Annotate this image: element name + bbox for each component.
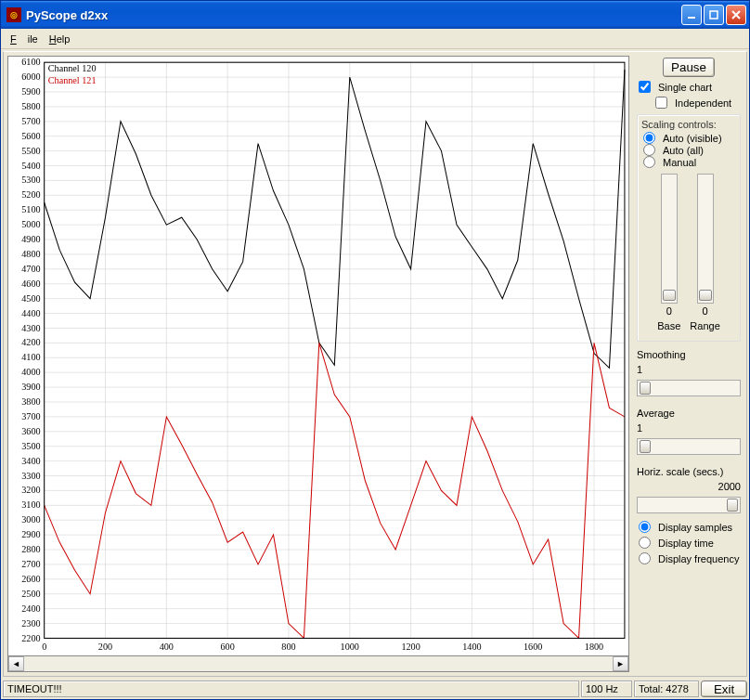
svg-text:5600: 5600 xyxy=(21,131,40,141)
titlebar: ◎ PyScope d2xx xyxy=(1,1,749,29)
pause-button[interactable]: Pause xyxy=(663,58,715,77)
svg-text:3900: 3900 xyxy=(21,382,40,392)
side-panel: Pause Single chart Independent Scaling c… xyxy=(633,52,746,676)
svg-text:5000: 5000 xyxy=(21,219,40,229)
svg-rect-0 xyxy=(688,17,695,19)
scale-auto-all-row[interactable]: Auto (all) xyxy=(641,144,736,156)
svg-text:4600: 4600 xyxy=(21,279,40,289)
svg-text:600: 600 xyxy=(221,642,235,652)
svg-text:Channel 121: Channel 121 xyxy=(48,75,97,85)
svg-text:2300: 2300 xyxy=(21,618,40,629)
average-slider-thumb[interactable] xyxy=(640,440,651,453)
horiz-scale-slider-thumb[interactable] xyxy=(727,499,738,512)
smoothing-label: Smoothing xyxy=(637,349,741,360)
display-time-row[interactable]: Display time xyxy=(637,537,741,549)
svg-text:5400: 5400 xyxy=(21,161,40,171)
svg-text:4400: 4400 xyxy=(21,308,40,318)
plot-zone: 2200230024002500260027002800290030003100… xyxy=(4,52,633,676)
average-value: 1 xyxy=(637,422,741,434)
maximize-button[interactable] xyxy=(704,5,724,25)
menu-help[interactable]: Help xyxy=(44,32,76,46)
svg-text:5200: 5200 xyxy=(21,189,40,200)
independent-row[interactable]: Independent xyxy=(637,97,741,109)
status-rate: 100 Hz xyxy=(581,681,632,697)
svg-text:4800: 4800 xyxy=(21,249,40,259)
svg-text:1000: 1000 xyxy=(341,642,359,652)
exit-button[interactable]: Exit xyxy=(701,681,747,697)
scroll-right-arrow[interactable]: ► xyxy=(613,656,628,671)
svg-text:0: 0 xyxy=(42,642,46,652)
horizontal-scrollbar[interactable]: ◄ ► xyxy=(7,656,629,672)
svg-text:4700: 4700 xyxy=(21,264,40,274)
smoothing-slider-thumb[interactable] xyxy=(640,382,651,395)
independent-checkbox[interactable] xyxy=(655,97,667,109)
svg-rect-104 xyxy=(45,62,625,638)
svg-text:6000: 6000 xyxy=(21,71,40,82)
scale-manual-radio[interactable] xyxy=(643,156,655,168)
scale-manual-row[interactable]: Manual xyxy=(641,156,736,168)
single-chart-checkbox[interactable] xyxy=(639,81,651,93)
scroll-left-arrow[interactable]: ◄ xyxy=(8,656,24,671)
svg-text:3500: 3500 xyxy=(21,441,40,451)
content: 2200230024002500260027002800290030003100… xyxy=(3,51,747,677)
scroll-track[interactable] xyxy=(24,656,613,671)
svg-text:3800: 3800 xyxy=(21,396,40,407)
svg-text:3300: 3300 xyxy=(21,471,40,481)
average-slider[interactable] xyxy=(637,438,741,455)
scale-auto-visible-radio[interactable] xyxy=(643,132,655,144)
status-timeout: TIMEOUT!!! xyxy=(3,681,579,697)
base-slider[interactable] xyxy=(661,174,678,304)
svg-text:5800: 5800 xyxy=(21,101,40,111)
svg-text:1800: 1800 xyxy=(585,642,603,652)
range-slider[interactable] xyxy=(697,174,714,304)
svg-text:200: 200 xyxy=(98,642,112,652)
svg-text:2900: 2900 xyxy=(21,529,40,539)
range-label: Range xyxy=(690,320,719,331)
svg-text:4300: 4300 xyxy=(21,322,40,332)
menu-file[interactable]: File xyxy=(5,32,44,46)
smoothing-slider[interactable] xyxy=(637,380,741,396)
svg-text:2400: 2400 xyxy=(21,603,40,614)
single-chart-row[interactable]: Single chart xyxy=(637,81,741,93)
svg-text:800: 800 xyxy=(281,642,295,652)
svg-text:4100: 4100 xyxy=(21,352,40,362)
app-window: ◎ PyScope d2xx File Help 220023002400250… xyxy=(0,0,750,700)
base-label: Base xyxy=(657,320,680,331)
statusbar: TIMEOUT!!! 100 Hz Total: 4278 Exit xyxy=(1,679,749,699)
svg-text:Channel 120: Channel 120 xyxy=(48,63,97,73)
horiz-scale-label: Horiz. scale (secs.) xyxy=(637,466,741,477)
svg-text:2800: 2800 xyxy=(21,544,40,554)
scale-auto-all-radio[interactable] xyxy=(643,144,655,156)
svg-text:1400: 1400 xyxy=(462,642,481,652)
maximize-icon xyxy=(709,10,718,19)
display-frequency-radio[interactable] xyxy=(639,552,651,564)
base-value: 0 xyxy=(666,305,672,317)
svg-text:4200: 4200 xyxy=(21,337,40,347)
scale-auto-visible-row[interactable]: Auto (visible) xyxy=(641,132,736,144)
display-frequency-row[interactable]: Display frequency xyxy=(637,552,741,564)
svg-text:6100: 6100 xyxy=(21,57,40,67)
close-button[interactable] xyxy=(726,5,746,25)
horiz-scale-slider[interactable] xyxy=(637,497,741,513)
display-samples-row[interactable]: Display samples xyxy=(637,521,741,533)
svg-text:3200: 3200 xyxy=(21,485,40,495)
svg-text:5500: 5500 xyxy=(21,146,40,156)
svg-text:3000: 3000 xyxy=(21,514,40,525)
display-time-radio[interactable] xyxy=(639,537,651,549)
average-label: Average xyxy=(637,408,741,419)
window-title: PyScope d2xx xyxy=(26,8,108,22)
range-slider-thumb[interactable] xyxy=(699,290,712,301)
svg-text:5100: 5100 xyxy=(21,204,40,214)
app-icon: ◎ xyxy=(6,7,21,22)
horiz-scale-value: 2000 xyxy=(637,481,741,492)
base-slider-thumb[interactable] xyxy=(663,290,676,301)
svg-text:5300: 5300 xyxy=(21,175,40,185)
display-samples-radio[interactable] xyxy=(639,521,651,533)
minimize-button[interactable] xyxy=(681,5,702,25)
svg-text:3600: 3600 xyxy=(21,426,40,436)
svg-text:1600: 1600 xyxy=(524,642,542,652)
svg-text:2500: 2500 xyxy=(21,589,40,599)
svg-text:2700: 2700 xyxy=(21,559,40,569)
svg-text:5900: 5900 xyxy=(21,86,40,97)
chart: 2200230024002500260027002800290030003100… xyxy=(7,56,629,656)
